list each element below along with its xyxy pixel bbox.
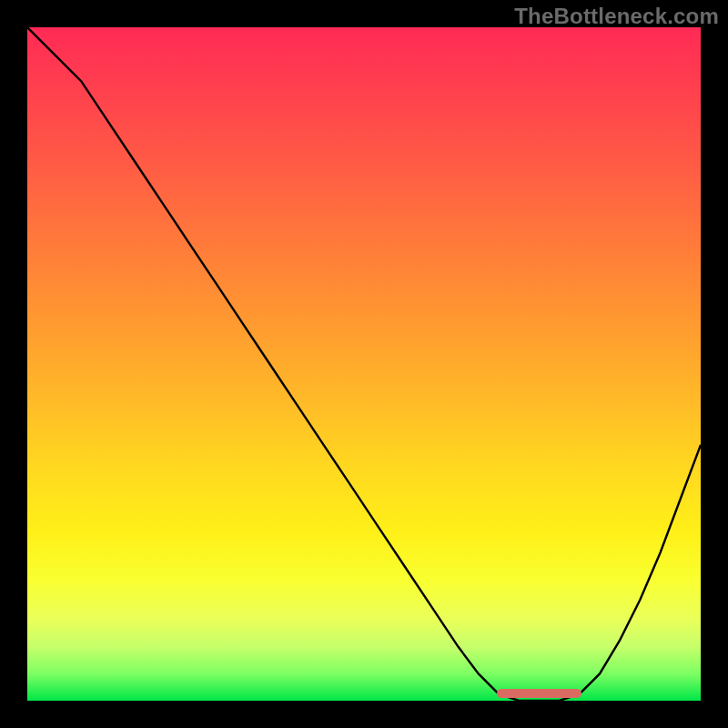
plot-area (27, 27, 701, 701)
watermark-text: TheBottleneck.com (514, 4, 719, 29)
curve-path (27, 27, 701, 701)
chart-frame: TheBottleneck.com (0, 0, 728, 728)
optimal-region-marker (497, 689, 581, 698)
bottleneck-curve (27, 27, 701, 701)
